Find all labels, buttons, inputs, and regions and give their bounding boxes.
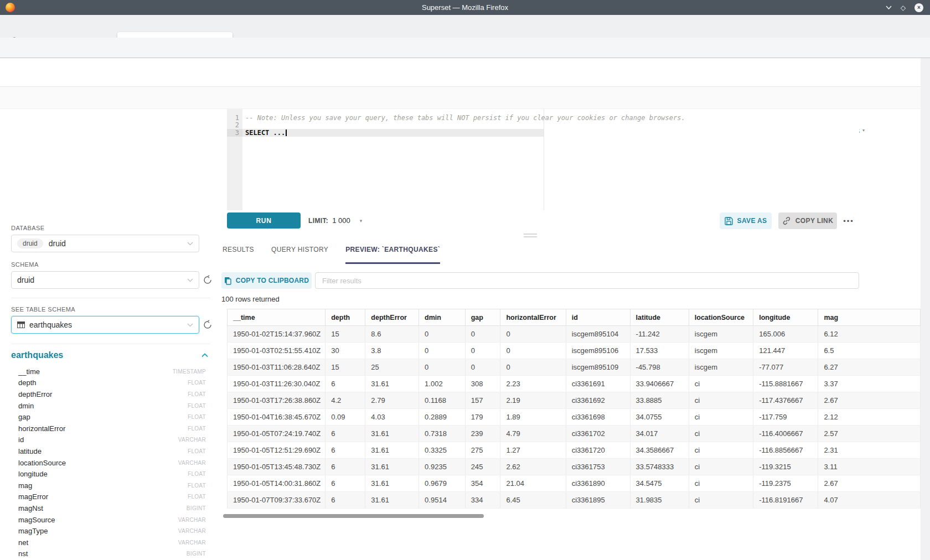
column-header-dmin[interactable]: dmin xyxy=(419,309,466,326)
table-cell: 245 xyxy=(465,459,500,475)
column-header-horizontalError[interactable]: horizontalError xyxy=(500,309,566,326)
column-header-depthError[interactable]: depthError xyxy=(365,309,419,326)
table-cell: ci xyxy=(689,426,753,442)
table-cell: 0.3325 xyxy=(419,442,466,459)
table-cell: ci3361895 xyxy=(566,492,630,509)
see-table-schema-label: SEE TABLE SCHEMA xyxy=(11,306,75,313)
tab-preview-earthquakes[interactable]: PREVIEW: `EARTHQUAKES` xyxy=(345,246,440,264)
sqllab-left-panel: DATABASE druid druid SCHEMA druid SEE TA… xyxy=(0,109,221,560)
chevron-down-icon xyxy=(187,278,193,282)
sql-editor[interactable]: 1 2 3 -- Note: Unless you save your quer… xyxy=(221,109,859,210)
table-cell: 179 xyxy=(465,409,500,426)
schema-column-row: magType VARCHAR xyxy=(11,525,206,537)
table-cell: 34.5475 xyxy=(630,475,689,492)
text-cursor xyxy=(286,129,287,136)
copy-link-button[interactable]: COPY LINK xyxy=(778,212,837,229)
horizontal-scrollbar-thumb[interactable] xyxy=(223,514,484,518)
table-cell: 2.31 xyxy=(818,442,921,459)
copy-to-clipboard-button[interactable]: COPY TO CLIPBOARD xyxy=(221,272,312,289)
table-cell: 6 xyxy=(326,376,365,392)
table-cell: 0 xyxy=(465,359,500,376)
table-cell: iscgem xyxy=(689,359,753,376)
tab-query-history[interactable]: QUERY HISTORY xyxy=(271,246,328,264)
schema-column-row: nst BIGINT xyxy=(11,548,206,560)
table-cell: 2.23 xyxy=(500,376,566,392)
table-cell: ci3361702 xyxy=(566,426,630,442)
table-cell: -115.8881667 xyxy=(753,376,818,392)
table-cell: iscgem xyxy=(689,326,753,343)
table-schema-heading[interactable]: earthquakes xyxy=(11,350,63,360)
table-cell: 1950-01-05T13:45:48.730Z xyxy=(228,459,326,475)
table-cell: 2.12 xyxy=(818,409,921,426)
table-cell: ci xyxy=(689,475,753,492)
table-cell: iscgem895109 xyxy=(566,359,630,376)
table-cell: iscgem895104 xyxy=(566,326,630,343)
table-row: 1950-01-03T17:26:38.860Z4.22.790.1168157… xyxy=(228,392,921,409)
run-button[interactable]: RUN xyxy=(227,212,301,229)
table-cell: 2.67 xyxy=(818,392,921,409)
column-type: TIMESTAMP xyxy=(173,369,206,375)
limit-dropdown[interactable]: LIMIT: 1 000 ▾ xyxy=(308,212,362,229)
column-header-__time[interactable]: __time xyxy=(228,309,326,326)
table-header-row: __timedepthdepthErrordmingaphorizontalEr… xyxy=(228,309,921,326)
table-cell: 2.79 xyxy=(365,392,419,409)
table-cell: ci xyxy=(689,409,753,426)
column-type: FLOAT xyxy=(188,403,206,409)
table-cell: 0.9679 xyxy=(419,475,466,492)
table-cell: 0 xyxy=(500,343,566,359)
table-cell: ci xyxy=(689,442,753,459)
more-actions-button[interactable]: ••• xyxy=(840,212,857,229)
table-cell: 3.8 xyxy=(365,343,419,359)
table-cell: 6.12 xyxy=(818,326,921,343)
column-name: locationSource xyxy=(18,459,66,467)
schema-column-row: depth FLOAT xyxy=(11,377,206,389)
database-select[interactable]: druid druid xyxy=(11,235,199,252)
column-name: latitude xyxy=(18,447,42,455)
column-header-gap[interactable]: gap xyxy=(465,309,500,326)
page-scrollbar-track[interactable] xyxy=(921,58,930,560)
table-cell: iscgem895106 xyxy=(566,343,630,359)
schema-column-row: locationSource VARCHAR xyxy=(11,457,206,469)
table-row: 1950-01-07T09:37:33.670Z631.610.95143346… xyxy=(228,492,921,509)
column-header-id[interactable]: id xyxy=(566,309,630,326)
window-close-icon[interactable]: × xyxy=(914,3,923,12)
table-cell: 34.0755 xyxy=(630,409,689,426)
window-maximize-icon[interactable]: ◇ xyxy=(901,4,906,12)
table-cell: 121.447 xyxy=(753,343,818,359)
column-header-depth[interactable]: depth xyxy=(326,309,365,326)
query-tab-bar: Untitled Query 1 × + xyxy=(0,87,930,109)
gutter-line-number: 1 xyxy=(228,114,239,122)
table-row: 1950-01-05T07:24:19.740Z631.610.73182394… xyxy=(228,426,921,442)
divider xyxy=(11,344,210,344)
column-name: magSource xyxy=(18,516,55,524)
column-header-locationSource[interactable]: locationSource xyxy=(689,309,753,326)
table-cell: -119.3215 xyxy=(753,459,818,475)
schema-select[interactable]: druid xyxy=(11,271,199,289)
database-engine-pill: druid xyxy=(17,238,43,248)
table-cell: ci xyxy=(689,392,753,409)
column-type: VARCHAR xyxy=(178,437,206,443)
refresh-schema-icon[interactable] xyxy=(203,275,214,286)
table-cell: 308 xyxy=(465,376,500,392)
tab-results[interactable]: RESULTS xyxy=(223,246,254,264)
column-header-latitude[interactable]: latitude xyxy=(630,309,689,326)
collapse-chevron-up-icon[interactable] xyxy=(202,353,208,357)
table-cell: 2.19 xyxy=(500,392,566,409)
filter-results-input[interactable] xyxy=(315,272,859,289)
table-cell: 2.67 xyxy=(818,475,921,492)
pane-resize-handle[interactable] xyxy=(524,234,537,239)
table-cell: 0 xyxy=(500,326,566,343)
save-as-button[interactable]: SAVE AS xyxy=(720,212,772,229)
column-type: FLOAT xyxy=(188,471,206,477)
table-cell: 30 xyxy=(326,343,365,359)
editor-gutter: 1 2 3 xyxy=(227,109,242,210)
table-row: 1950-01-04T16:38:45.670Z0.094.030.288917… xyxy=(228,409,921,426)
results-table-container: __timedepthdepthErrordmingaphorizontalEr… xyxy=(227,309,921,509)
column-type: FLOAT xyxy=(188,380,206,386)
refresh-table-icon[interactable] xyxy=(203,320,214,331)
column-header-mag[interactable]: mag xyxy=(818,309,921,326)
column-header-longitude[interactable]: longitude xyxy=(753,309,818,326)
window-shade-icon[interactable] xyxy=(886,6,892,9)
table-schema-select[interactable]: earthquakes xyxy=(11,316,199,334)
table-row: 1950-01-05T14:00:31.860Z631.610.96793542… xyxy=(228,475,921,492)
